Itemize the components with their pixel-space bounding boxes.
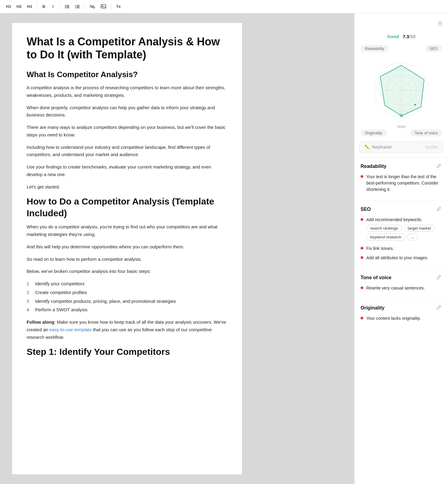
main-layout: What Is a Competitor Analysis & How to D… <box>0 13 448 484</box>
tone-item-text: Rewrite very casual sentences. <box>366 285 425 291</box>
seo-add-keywords-label: Add recommended keywords: <box>366 217 422 222</box>
heading-group: H1 H2 H3 <box>4 2 34 11</box>
originality-red-dot-icon <box>361 317 363 319</box>
ordered-list-button[interactable]: 1. 2. 3. <box>73 2 82 11</box>
insert-group <box>87 2 109 11</box>
keyword-chips: search rankingstarget marketkeyword rese… <box>366 225 442 240</box>
seo-alt-text: Add alt attributes to your images. <box>366 255 428 261</box>
follow-along-bold: Follow along <box>27 319 54 325</box>
rephraser-icon: ✏️ <box>365 145 370 149</box>
unordered-list-button[interactable] <box>62 2 72 11</box>
svg-rect-1 <box>66 5 69 6</box>
divider-1 <box>37 4 37 10</box>
svg-marker-22 <box>380 65 424 116</box>
heading-what-is: What Is Competitor Analysis? <box>27 70 227 80</box>
article-title: What Is a Competitor Analysis & How to D… <box>27 35 227 61</box>
list-item-num: 3 <box>27 298 31 305</box>
originality-item-1: Your content lacks originality. <box>361 315 442 322</box>
h3-button[interactable]: H3 <box>25 2 34 11</box>
divider-3 <box>85 4 85 10</box>
h2-button[interactable]: H2 <box>14 2 24 11</box>
paragraph-4: Including how to understand your industr… <box>27 144 227 159</box>
seo-red-dot-2-icon <box>361 247 363 250</box>
radar-tabs-top: Readability SEO <box>355 45 448 52</box>
list-item: 1Identify your competitors <box>27 280 227 288</box>
steps-list: 1Identify your competitors2Create compet… <box>27 280 227 314</box>
seo-fix-link-item: Fix link issues. <box>361 245 442 252</box>
paragraph-9: So read on to learn how to perform a com… <box>27 256 227 263</box>
divider-2 <box>60 4 60 10</box>
italic-button[interactable]: I <box>49 2 57 11</box>
seo-edit-button[interactable] <box>436 206 442 213</box>
editor-content[interactable]: What Is a Competitor Analysis & How to D… <box>12 23 242 474</box>
text-format-group: B I <box>40 2 57 11</box>
tab-seo[interactable]: SEO <box>425 45 442 52</box>
list-group: 1. 2. 3. <box>62 2 82 11</box>
paragraph-7: When you do a competitor analysis, you'r… <box>27 223 227 238</box>
readability-item-1: Your text is longer than the text of the… <box>361 174 442 193</box>
seo-section: SEO Add recommended keywords: search ran… <box>355 201 448 269</box>
seo-red-dot-icon <box>361 218 363 221</box>
tone-section: Tone of voice Rewrite very casual senten… <box>355 269 448 299</box>
score-label: Good 7.3/10 <box>361 34 442 39</box>
svg-point-24 <box>414 104 416 106</box>
list-item-text: Perform a SWOT analysis <box>35 306 87 314</box>
keyword-chip[interactable]: search rankings <box>366 225 402 232</box>
readability-edit-button[interactable] <box>436 163 442 170</box>
red-dot-icon <box>361 175 363 178</box>
toolbar: H1 H2 H3 B I 1. 2. 3. <box>0 0 448 13</box>
bold-button[interactable]: B <box>40 2 48 11</box>
readability-section: Readability Your text is longer than the… <box>355 158 448 201</box>
tab-originality[interactable]: Originality <box>361 129 387 136</box>
edit-icon <box>437 163 441 168</box>
sidebar-menu-button[interactable]: ☰ <box>436 19 444 28</box>
list-item-num: 1 <box>27 280 31 288</box>
seo-section-header: SEO <box>361 206 442 213</box>
seo-fix-link-text: Fix link issues. <box>366 245 394 252</box>
tone-item-1: Rewrite very casual sentences. <box>361 285 442 291</box>
rephraser-count: 0/1000 <box>426 145 438 149</box>
paragraph-10: Below, we've broken competitor analysis … <box>27 268 227 275</box>
list-item: 2Create competitor profiles <box>27 289 227 296</box>
list-item: 4Perform a SWOT analysis <box>27 306 227 314</box>
paragraph-1: A competitor analysis is the process of … <box>27 84 227 99</box>
editor-area: What Is a Competitor Analysis & How to D… <box>0 13 354 484</box>
h1-button[interactable]: H1 <box>4 2 14 11</box>
seo-keywords-container: Add recommended keywords: search ranking… <box>366 217 442 242</box>
svg-rect-5 <box>66 8 69 8</box>
paragraph-2: When done properly, competitor analysis … <box>27 104 227 119</box>
tab-readability[interactable]: Readability <box>361 45 388 52</box>
divider-4 <box>111 4 111 10</box>
keyword-chip[interactable]: target market <box>404 225 435 232</box>
keyword-chip[interactable]: keyword research <box>366 234 405 240</box>
follow-along-paragraph: Follow along: Make sure you know how to … <box>27 319 227 341</box>
originality-item-text: Your content lacks originality. <box>366 315 421 322</box>
sidebar: ☰ Good 7.3/10 Readability SEO <box>354 13 448 484</box>
clear-format-button[interactable]: Tx <box>114 2 123 11</box>
seo-red-dot-3-icon <box>361 256 363 259</box>
list-item-num: 2 <box>27 289 31 296</box>
tone-title: Tone of voice <box>361 275 391 280</box>
paragraph-8: And this will help you determine opportu… <box>27 243 227 251</box>
follow-along-link[interactable]: easy-to-use template <box>49 327 92 332</box>
tone-section-header: Tone of voice <box>361 274 442 281</box>
originality-section-header: Originality <box>361 304 442 312</box>
image-button[interactable] <box>98 2 109 11</box>
svg-point-4 <box>65 7 66 8</box>
originality-edit-button[interactable] <box>436 304 442 312</box>
radar-chart <box>368 57 435 123</box>
tone-edit-button[interactable] <box>436 274 442 281</box>
link-button[interactable] <box>87 2 98 11</box>
keyword-chip-more[interactable]: ... <box>407 234 418 240</box>
list-item-num: 4 <box>27 306 31 314</box>
svg-rect-11 <box>77 8 80 8</box>
svg-rect-3 <box>66 6 69 7</box>
readability-section-header: Readability <box>361 163 442 170</box>
radar-tabs-bottom: Originality Tone of voice <box>355 129 448 136</box>
tab-tone-of-voice[interactable]: Tone of voice <box>410 129 442 136</box>
seo-keywords-item: Add recommended keywords: search ranking… <box>361 217 442 242</box>
heading-how-to: How to Do a Competitor Analysis (Templat… <box>27 195 227 219</box>
rephraser-label: Rephraser <box>372 145 392 149</box>
rephraser-button[interactable]: ✏️ Rephraser 0/1000 <box>359 141 443 153</box>
hamburger-icon: ☰ <box>438 20 443 27</box>
